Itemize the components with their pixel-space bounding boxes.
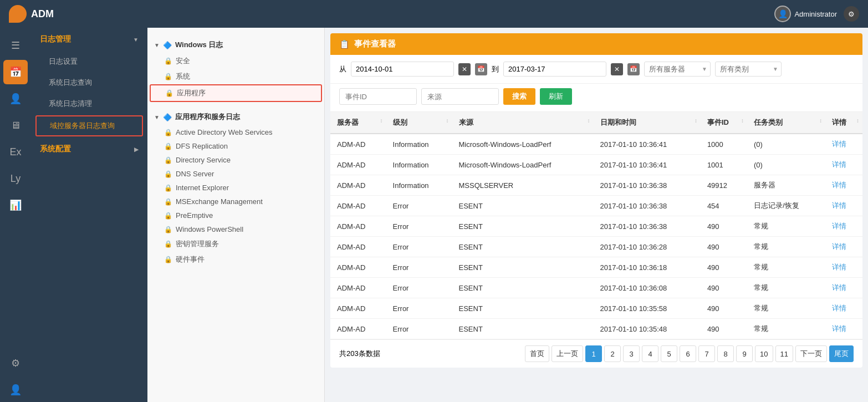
to-date-calendar-button[interactable]: 📅 (627, 63, 640, 75)
col-datetime[interactable]: 日期和时间 (594, 112, 701, 134)
page-9-button[interactable]: 9 (736, 345, 753, 362)
chart-nav-icon[interactable]: 📊 (3, 193, 28, 217)
logo-text: ADM (31, 8, 54, 20)
first-page-button[interactable]: 首页 (525, 345, 549, 362)
server-select[interactable]: 所有服务器 (644, 62, 711, 77)
cell-task-1: (0) (747, 155, 825, 175)
powershell-icon: 🔒 (164, 226, 172, 233)
from-date-calendar-button[interactable]: 📅 (475, 63, 487, 75)
detail-link-8[interactable]: 详情 (832, 304, 846, 312)
system-log-query-item[interactable]: 系统日志查询 (31, 72, 147, 93)
exchange-nav-icon[interactable]: Ex (3, 140, 28, 164)
next-page-button[interactable]: 下一页 (795, 345, 827, 362)
app-log-arrow-icon: ▼ (154, 114, 160, 120)
cell-detail-6[interactable]: 详情 (825, 257, 862, 278)
cell-server-7: ADM-AD (330, 278, 386, 298)
detail-link-2[interactable]: 详情 (832, 181, 846, 189)
tree-item-adws[interactable]: 🔒 Active Directory Web Services (147, 125, 324, 139)
detail-link-4[interactable]: 详情 (832, 222, 846, 230)
application-icon: 🔒 (165, 89, 173, 97)
cell-detail-2[interactable]: 详情 (825, 175, 862, 196)
log-settings-item[interactable]: 日志设置 (31, 51, 147, 72)
dfs-label: DFS Replication (176, 142, 228, 150)
cell-detail-8[interactable]: 详情 (825, 298, 862, 319)
ly-nav-icon[interactable]: Ly (3, 166, 28, 191)
gear-nav-icon[interactable]: ⚙ (3, 351, 28, 375)
tree-item-msexchange[interactable]: 🔒 MSExchange Management (147, 195, 324, 208)
cell-task-0: (0) (747, 134, 825, 155)
cell-detail-9[interactable]: 详情 (825, 319, 862, 339)
col-server[interactable]: 服务器 (330, 112, 386, 134)
table-row: ADM-AD Information Microsoft-Windows-Loa… (330, 155, 862, 175)
account-nav-icon[interactable]: 👤 (3, 378, 28, 402)
page-11-button[interactable]: 11 (775, 345, 793, 362)
settings-button[interactable]: ⚙ (844, 6, 859, 22)
cell-detail-5[interactable]: 详情 (825, 237, 862, 257)
detail-link-0[interactable]: 详情 (832, 140, 846, 148)
windows-log-header[interactable]: ▼ 🔷 Windows 日志 (147, 37, 324, 53)
search-button[interactable]: 搜索 (503, 88, 535, 105)
from-date-clear-button[interactable]: ✕ (458, 63, 471, 75)
cell-detail-0[interactable]: 详情 (825, 134, 862, 155)
detail-link-5[interactable]: 详情 (832, 242, 846, 251)
to-date-input[interactable] (503, 62, 606, 77)
to-label: 到 (492, 64, 499, 74)
tree-item-directory-service[interactable]: 🔒 Directory Service (147, 153, 324, 167)
monitor-nav-icon[interactable]: 🖥 (3, 113, 28, 138)
app-log-header[interactable]: ▼ 🔷 应用程序和服务日志 (147, 109, 324, 125)
detail-link-6[interactable]: 详情 (832, 263, 846, 271)
dc-log-query-item[interactable]: 域控服务器日志查询 (35, 115, 143, 136)
tree-item-preemptive[interactable]: 🔒 PreEmptive (147, 208, 324, 222)
cell-detail-7[interactable]: 详情 (825, 278, 862, 298)
log-management-section[interactable]: 日志管理 ▼ (31, 28, 147, 51)
tree-item-powershell[interactable]: 🔒 Windows PowerShell (147, 222, 324, 236)
page-6-button[interactable]: 6 (680, 345, 696, 362)
tree-item-security[interactable]: 🔒 安全 (147, 53, 324, 69)
page-1-button[interactable]: 1 (585, 345, 602, 362)
page-4-button[interactable]: 4 (642, 345, 658, 362)
page-2-button[interactable]: 2 (604, 345, 621, 362)
refresh-button[interactable]: 刷新 (540, 88, 572, 105)
from-date-input[interactable] (351, 62, 454, 77)
cell-level-4: Error (386, 216, 452, 237)
user-nav-icon[interactable]: 👤 (3, 86, 28, 111)
tree-item-system[interactable]: 🔒 系统 (147, 69, 324, 84)
page-8-button[interactable]: 8 (717, 345, 734, 362)
col-source[interactable]: 来源 (452, 112, 594, 134)
cell-detail-4[interactable]: 详情 (825, 216, 862, 237)
last-page-button[interactable]: 尾页 (829, 345, 854, 362)
menu-toggle-icon[interactable]: ☰ (3, 33, 28, 58)
page-7-button[interactable]: 7 (698, 345, 715, 362)
system-config-section[interactable]: 系统配置 ▶ (31, 138, 147, 161)
system-log-clean-item[interactable]: 系统日志清理 (31, 93, 147, 114)
detail-link-9[interactable]: 详情 (832, 324, 846, 333)
cell-detail-3[interactable]: 详情 (825, 196, 862, 216)
source-input[interactable] (421, 88, 499, 105)
col-event-id[interactable]: 事件ID (701, 112, 747, 134)
tree-item-application[interactable]: 🔒 应用程序 (150, 84, 322, 102)
event-id-input[interactable] (339, 88, 417, 105)
detail-link-1[interactable]: 详情 (832, 160, 846, 169)
cell-detail-1[interactable]: 详情 (825, 155, 862, 175)
tree-item-hardware[interactable]: 🔒 硬件事件 (147, 252, 324, 267)
page-5-button[interactable]: 5 (661, 345, 677, 362)
tree-item-key-mgmt[interactable]: 🔒 密钥管理服务 (147, 236, 324, 252)
to-date-clear-button[interactable]: ✕ (611, 63, 623, 75)
system-icon: 🔒 (164, 73, 172, 80)
cell-source-1: Microsoft-Windows-LoadPerf (452, 155, 594, 175)
calendar-nav-icon[interactable]: 📅 (3, 60, 28, 84)
tree-item-dns[interactable]: 🔒 DNS Server (147, 167, 324, 181)
tree-item-ie[interactable]: 🔒 Internet Explorer (147, 181, 324, 195)
tree-nav: ▼ 🔷 Windows 日志 🔒 安全 🔒 系统 🔒 应用程序 ▼ 🔷 应用程序… (147, 28, 325, 402)
detail-link-7[interactable]: 详情 (832, 283, 846, 292)
detail-link-3[interactable]: 详情 (832, 201, 846, 210)
tree-item-dfs[interactable]: 🔒 DFS Replication (147, 139, 324, 153)
prev-page-button[interactable]: 上一页 (552, 345, 583, 362)
category-select[interactable]: 所有类别 (715, 62, 782, 77)
col-task[interactable]: 任务类别 (747, 112, 825, 134)
page-10-button[interactable]: 10 (755, 345, 773, 362)
col-level[interactable]: 级别 (386, 112, 452, 134)
page-3-button[interactable]: 3 (623, 345, 640, 362)
cell-datetime-0: 2017-01-10 10:36:41 (594, 134, 701, 155)
cell-server-5: ADM-AD (330, 237, 386, 257)
